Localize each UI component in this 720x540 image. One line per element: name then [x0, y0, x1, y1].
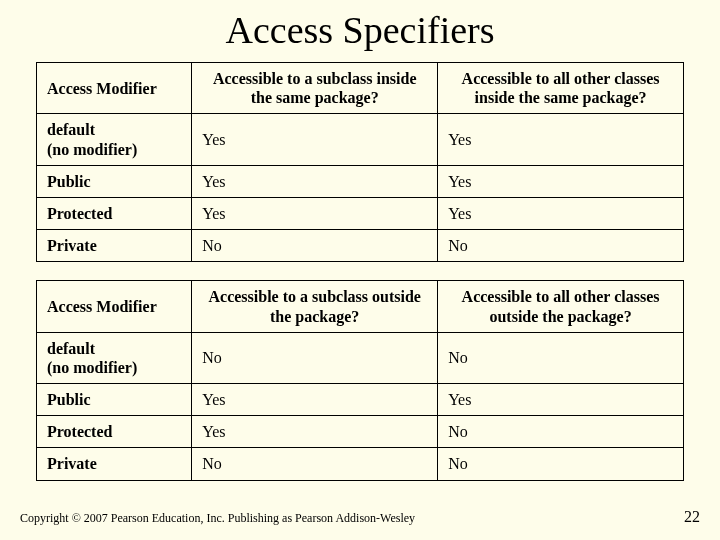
table-header-row: Access Modifier Accessible to a subclass… [37, 63, 684, 114]
col-header-other-outside: Accessible to all other classes outside … [438, 281, 684, 332]
row-label: Protected [37, 197, 192, 229]
col-header-subclass-outside: Accessible to a subclass outside the pac… [192, 281, 438, 332]
tables-container: Access Modifier Accessible to a subclass… [0, 62, 720, 481]
table-row: Public Yes Yes [37, 384, 684, 416]
col-header-modifier: Access Modifier [37, 281, 192, 332]
cell-value: Yes [192, 165, 438, 197]
cell-value: Yes [438, 197, 684, 229]
row-label: Private [37, 448, 192, 480]
table-row: default (no modifier) No No [37, 332, 684, 383]
table-row: Private No No [37, 448, 684, 480]
cell-value: Yes [192, 416, 438, 448]
row-label: Private [37, 230, 192, 262]
cell-value: No [192, 230, 438, 262]
row-label: default (no modifier) [37, 114, 192, 165]
table-inside-package: Access Modifier Accessible to a subclass… [36, 62, 684, 262]
table-row: default (no modifier) Yes Yes [37, 114, 684, 165]
copyright-text: Copyright © 2007 Pearson Education, Inc.… [20, 511, 415, 526]
cell-value: No [438, 416, 684, 448]
page-title: Access Specifiers [0, 0, 720, 62]
row-label: Public [37, 384, 192, 416]
cell-value: Yes [192, 197, 438, 229]
cell-value: No [192, 332, 438, 383]
col-header-other-inside: Accessible to all other classes inside t… [438, 63, 684, 114]
cell-value: Yes [192, 384, 438, 416]
row-label: default (no modifier) [37, 332, 192, 383]
cell-value: Yes [438, 384, 684, 416]
cell-value: Yes [438, 114, 684, 165]
table-row: Private No No [37, 230, 684, 262]
row-label: Public [37, 165, 192, 197]
row-label: Protected [37, 416, 192, 448]
cell-value: Yes [438, 165, 684, 197]
footer: Copyright © 2007 Pearson Education, Inc.… [20, 508, 700, 526]
col-header-subclass-inside: Accessible to a subclass inside the same… [192, 63, 438, 114]
col-header-modifier: Access Modifier [37, 63, 192, 114]
cell-value: No [438, 230, 684, 262]
table-row: Protected Yes No [37, 416, 684, 448]
table-row: Protected Yes Yes [37, 197, 684, 229]
table-row: Public Yes Yes [37, 165, 684, 197]
cell-value: No [192, 448, 438, 480]
table-header-row: Access Modifier Accessible to a subclass… [37, 281, 684, 332]
cell-value: No [438, 332, 684, 383]
cell-value: No [438, 448, 684, 480]
cell-value: Yes [192, 114, 438, 165]
page-number: 22 [684, 508, 700, 526]
table-outside-package: Access Modifier Accessible to a subclass… [36, 280, 684, 480]
